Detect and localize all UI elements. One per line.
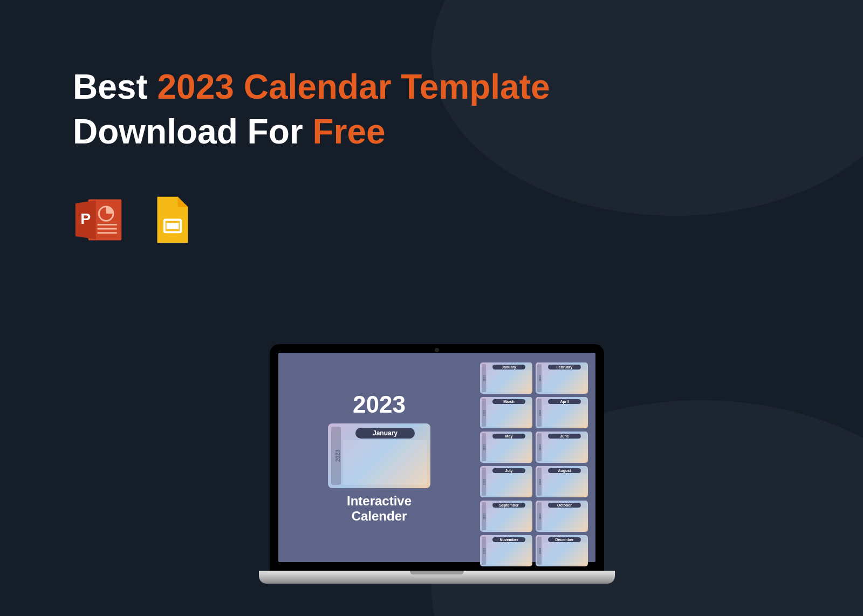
year-title: 2023 (353, 391, 406, 418)
mini-spine: 2023 (537, 468, 542, 496)
featured-spine: 2023 (331, 427, 341, 485)
mini-month-label: December (548, 537, 581, 542)
mini-month-label: June (548, 434, 581, 439)
mini-body: September (487, 502, 531, 530)
mini-month-grid (543, 508, 586, 530)
mini-month-label: March (492, 399, 525, 404)
mini-month-grid (487, 508, 531, 530)
mini-month-february: 2023February (536, 362, 588, 394)
mini-month-august: 2023August (536, 466, 588, 497)
mini-month-grid (487, 370, 531, 392)
headline-accent-2: Free (312, 112, 385, 151)
laptop-screen: 2023 2023 January Interactive Calender 2… (270, 344, 604, 571)
laptop-mockup: 2023 2023 January Interactive Calender 2… (259, 344, 615, 584)
interactive-line1: Interactive (347, 494, 412, 508)
mini-month-grid (487, 439, 531, 461)
mini-spine: 2023 (537, 399, 542, 427)
svg-rect-7 (167, 223, 179, 229)
mini-month-grid (487, 405, 531, 427)
mini-month-grid (543, 474, 586, 496)
mini-body: April (543, 399, 586, 427)
svg-rect-2 (98, 224, 117, 225)
mini-month-label: February (548, 365, 581, 369)
interactive-line2: Calender (352, 509, 407, 523)
headline-word-download: Download For (73, 112, 312, 151)
featured-month-label: January (355, 428, 414, 439)
mini-month-label: November (492, 537, 525, 542)
featured-month-grid (343, 440, 427, 485)
featured-body: January (343, 427, 427, 485)
mini-month-grid (487, 474, 531, 496)
svg-rect-3 (98, 228, 117, 230)
mini-month-october: 2023October (536, 501, 588, 532)
mini-month-label: October (548, 503, 581, 508)
mini-spine: 2023 (482, 502, 486, 530)
headline-word-best: Best (73, 67, 157, 106)
months-grid: 2023January2023February2023March2023Apri… (480, 362, 588, 552)
mini-body: August (543, 468, 586, 496)
mini-body: December (543, 537, 586, 565)
mini-month-may: 2023May (480, 432, 532, 463)
headline-accent-1: 2023 Calendar Template (157, 67, 550, 106)
powerpoint-icon: P (73, 194, 124, 245)
interactive-calendar-label: Interactive Calender (347, 494, 412, 523)
mini-month-grid (543, 405, 586, 427)
mini-spine: 2023 (537, 364, 542, 392)
mini-month-label: August (548, 468, 581, 473)
mini-spine: 2023 (537, 433, 542, 461)
laptop-base (259, 571, 615, 584)
mini-body: May (487, 433, 531, 461)
format-icons: P (73, 194, 194, 245)
mini-body: February (543, 364, 586, 392)
mini-month-april: 2023April (536, 397, 588, 428)
mini-spine: 2023 (537, 537, 542, 565)
mini-body: June (543, 433, 586, 461)
google-slides-icon (151, 194, 194, 245)
svg-rect-4 (98, 232, 117, 234)
mini-month-grid (543, 439, 586, 461)
mini-month-grid (543, 543, 586, 565)
mini-month-label: September (492, 503, 525, 508)
mini-month-january: 2023January (480, 362, 532, 394)
svg-text:P: P (80, 210, 91, 227)
mini-month-label: April (548, 399, 581, 404)
mini-body: July (487, 468, 531, 496)
featured-month-card: 2023 January (328, 423, 430, 488)
headline: Best 2023 Calendar Template Download For… (73, 65, 550, 154)
mini-month-label: May (492, 434, 525, 439)
mini-body: October (543, 502, 586, 530)
mini-spine: 2023 (482, 433, 486, 461)
mini-spine: 2023 (482, 399, 486, 427)
mini-month-march: 2023March (480, 397, 532, 428)
mini-month-label: July (492, 468, 525, 473)
mini-month-label: January (492, 365, 525, 369)
mini-spine: 2023 (537, 502, 542, 530)
screen-left-panel: 2023 2023 January Interactive Calender (286, 362, 472, 552)
mini-month-july: 2023July (480, 466, 532, 497)
mini-month-grid (543, 370, 586, 392)
mini-body: March (487, 399, 531, 427)
mini-spine: 2023 (482, 468, 486, 496)
mini-month-september: 2023September (480, 501, 532, 532)
mini-body: November (487, 537, 531, 565)
mini-month-grid (487, 543, 531, 565)
screen-content: 2023 2023 January Interactive Calender 2… (278, 353, 595, 562)
mini-month-june: 2023June (536, 432, 588, 463)
mini-spine: 2023 (482, 364, 486, 392)
mini-spine: 2023 (482, 537, 486, 565)
mini-month-november: 2023November (480, 535, 532, 566)
mini-month-december: 2023December (536, 535, 588, 566)
mini-body: January (487, 364, 531, 392)
